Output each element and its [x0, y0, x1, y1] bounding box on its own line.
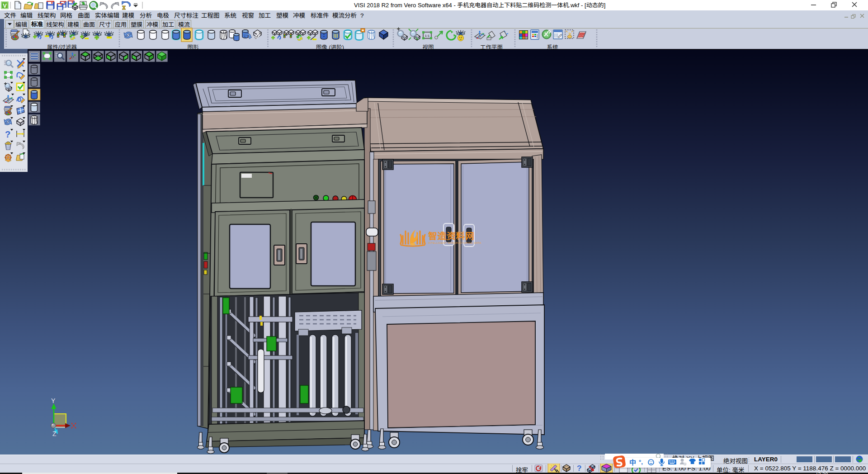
svg-text:°,: °, [639, 459, 643, 465]
svg-text:?: ? [577, 464, 581, 473]
svg-text:?: ? [5, 129, 10, 139]
svg-text:1:1: 1:1 [425, 34, 429, 38]
svg-text:智造资料网: 智造资料网 [428, 229, 475, 242]
svg-text:INTELLIGENT MANUFACTURING DATA: INTELLIGENT MANUFACTURING DATA [428, 242, 481, 244]
svg-text:7: 7 [684, 462, 686, 465]
svg-text:Y: Y [51, 397, 56, 404]
svg-text:Z: Z [52, 430, 57, 437]
svg-text:中: 中 [629, 457, 636, 467]
